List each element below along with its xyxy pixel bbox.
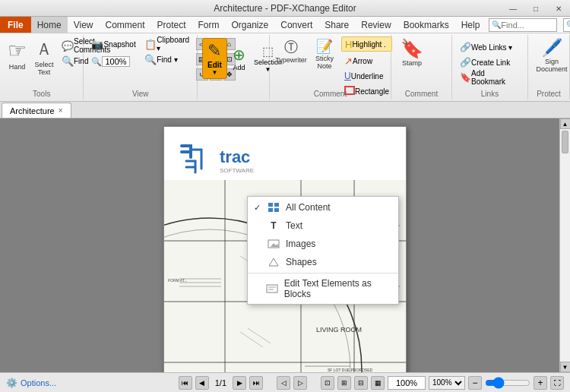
arrow-button[interactable]: ↗ Arrow: [341, 53, 392, 68]
scroll-track: [560, 129, 570, 362]
svg-marker-41: [269, 258, 278, 266]
menu-review[interactable]: Review: [355, 17, 397, 33]
fit-width-button[interactable]: ⊞: [337, 376, 351, 390]
fullscreen-button[interactable]: ⛶: [550, 376, 564, 390]
stamp-button[interactable]: 🔖 Stamp: [396, 36, 428, 85]
close-button[interactable]: ✕: [547, 0, 570, 17]
tab-architecture[interactable]: Architecture ×: [2, 103, 71, 118]
shapes-icon: [266, 256, 281, 268]
tab-bar: Architecture ×: [0, 102, 570, 119]
search-bar[interactable]: 🔍: [563, 18, 570, 32]
dropdown-item-edit-text-blocks[interactable]: Edit Text Elements as Blocks: [248, 275, 398, 302]
fit-page-button[interactable]: ⊡: [321, 376, 334, 390]
edit-button[interactable]: ✎ Edit ▼: [202, 38, 227, 79]
menu-help[interactable]: Help: [455, 17, 486, 33]
find-bar[interactable]: 🔍: [489, 18, 557, 32]
next-page-button[interactable]: ▶: [233, 376, 246, 390]
status-right: ⏮ ◀ 1/1 ▶ ⏭ ◁ ▷ ⊡ ⊞ ⊟ ▦ 100% 75% 125% 15…: [179, 376, 564, 390]
prev-page-button[interactable]: ◀: [195, 376, 209, 390]
menu-home[interactable]: Home: [31, 17, 68, 33]
vertical-scrollbar[interactable]: ▲ ▼: [559, 119, 570, 372]
menu-file[interactable]: File: [0, 17, 31, 33]
tab-close-button[interactable]: ×: [59, 106, 63, 115]
scroll-up-button[interactable]: ▲: [560, 119, 571, 129]
dropdown-item-shapes[interactable]: Shapes: [248, 253, 398, 271]
menu-view[interactable]: View: [68, 17, 100, 33]
comment-tools: Ⓣ Typewriter 📝 Sticky Note H Highlight .…: [274, 36, 392, 98]
zoom-slider[interactable]: [485, 378, 530, 388]
scroll-thumb[interactable]: [562, 131, 568, 153]
sign-document-icon: 🖊️: [542, 38, 562, 58]
edit-dropdown-menu: ✓ All Content T Text Images Shapes: [247, 196, 399, 305]
view-group-label: View: [84, 90, 197, 98]
web-links-button[interactable]: 🔗 Web Links ▾: [457, 40, 523, 55]
sign-document-button[interactable]: 🖊️ SignDocument: [533, 36, 570, 85]
add-button[interactable]: ⊕ Add: [230, 38, 249, 79]
first-page-button[interactable]: ⏮: [179, 376, 192, 390]
ribbon-group-tools: ☞ Hand Ａ SelectText 💬 SelectComments 🔍 F…: [0, 35, 84, 100]
zoom-out-button[interactable]: −: [468, 376, 482, 390]
hand-icon: ☞: [8, 38, 27, 63]
find-input[interactable]: [501, 21, 554, 30]
dropdown-item-text[interactable]: T Text: [248, 217, 398, 235]
add-bookmark-button[interactable]: 🔖 Add Bookmark: [457, 70, 523, 85]
options-button[interactable]: Options...: [21, 378, 56, 387]
menu-organize[interactable]: Organize: [226, 17, 275, 33]
minimize-button[interactable]: —: [502, 0, 524, 17]
menu-protect[interactable]: Protect: [151, 17, 192, 33]
view-col: 📷 Snapshot 🔍 100%: [88, 36, 138, 69]
svg-rect-37: [268, 208, 273, 212]
ribbon: ☞ Hand Ａ SelectText 💬 SelectComments 🔍 F…: [0, 33, 570, 102]
add-label: Add: [233, 64, 245, 71]
menu-share[interactable]: Share: [318, 17, 355, 33]
arrow-label: Arrow: [353, 57, 372, 65]
menu-comment[interactable]: Comment: [99, 17, 150, 33]
clipboard-button[interactable]: 📋 Clipboard ▾: [141, 36, 193, 52]
menu-form[interactable]: Form: [192, 17, 226, 33]
protect-tools: 🖊️ SignDocument: [533, 36, 570, 98]
text-icon: T: [266, 220, 281, 232]
underline-button[interactable]: U Underline: [341, 68, 392, 84]
zoom-display[interactable]: 🔍 100%: [88, 54, 138, 69]
pan-right-button[interactable]: ▷: [293, 376, 307, 390]
hand-label: Hand: [9, 63, 26, 71]
web-links-icon: 🔗: [460, 42, 471, 52]
zoom-in-button[interactable]: +: [534, 376, 547, 390]
clipboard-icon: 📋: [144, 39, 157, 50]
snapshot-label: Snapshot: [103, 40, 135, 49]
last-page-button[interactable]: ⏭: [249, 376, 263, 390]
zoom-input[interactable]: [388, 376, 426, 390]
create-link-button[interactable]: 🔗 Create Link: [457, 55, 523, 70]
sticky-note-button[interactable]: 📝 Sticky Note: [308, 36, 341, 85]
actual-size-button[interactable]: ⊟: [354, 376, 368, 390]
svg-text:LIVING ROOM: LIVING ROOM: [316, 326, 362, 334]
web-links-label: Web Links ▾: [471, 43, 512, 52]
dropdown-item-all-content[interactable]: ✓ All Content: [248, 198, 398, 217]
stamp-label: Stamp: [402, 59, 422, 67]
highlight-icon: H: [345, 39, 352, 50]
hand-tool-button[interactable]: ☞ Hand: [5, 36, 30, 85]
maximize-button[interactable]: □: [524, 0, 547, 17]
menu-right: 🔍 🔍: [486, 18, 570, 32]
select-text-button[interactable]: Ａ SelectText: [30, 36, 59, 85]
zoom-icon: 🔍: [91, 57, 102, 67]
find-view-icon: 🔍: [144, 54, 157, 65]
menu-convert[interactable]: Convert: [274, 17, 318, 33]
zoom-select[interactable]: 100% 75% 125% 150%: [429, 376, 465, 390]
menu-bar: File Home View Comment Protect Form Orga…: [0, 17, 570, 33]
find-view-button[interactable]: 🔍 Find ▾: [141, 52, 193, 67]
create-link-label: Create Link: [471, 58, 510, 67]
typewriter-button[interactable]: Ⓣ Typewriter: [274, 36, 308, 85]
scroll-down-button[interactable]: ▼: [560, 362, 571, 372]
dropdown-item-images[interactable]: Images: [248, 235, 398, 253]
pan-left-button[interactable]: ◁: [277, 376, 290, 390]
typewriter-label: Typewriter: [275, 56, 307, 64]
edit-text-blocks-label: Edit Text Elements as Blocks: [284, 278, 392, 299]
thumbnail-button[interactable]: ▦: [371, 376, 385, 390]
highlight-button[interactable]: H Highlight .: [341, 36, 392, 52]
zoom-value[interactable]: 100%: [102, 56, 129, 67]
links-col: 🔗 Web Links ▾ 🔗 Create Link 🔖 Add Bookma…: [457, 40, 523, 85]
create-link-icon: 🔗: [460, 57, 471, 68]
menu-bookmarks[interactable]: Bookmarks: [397, 17, 455, 33]
snapshot-button[interactable]: 📷 Snapshot: [88, 36, 138, 52]
